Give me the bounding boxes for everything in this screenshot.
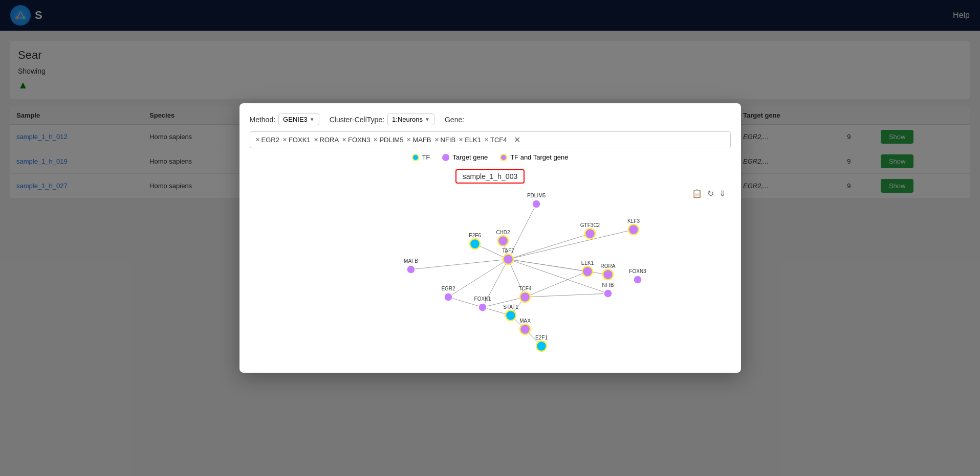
node-label: TAF7 [502,248,514,254]
gene-tag: ✕ EGR2 [255,136,279,144]
network-node[interactable]: TCF4 [518,286,531,302]
copy-icon-btn[interactable]: 📋 [692,189,702,198]
target-label: Target gene [452,153,488,161]
node-label: STAT1 [503,304,518,310]
gene-tag: ✕ MAFB [406,136,431,144]
sample-label-container: sample_1_h_003 [250,169,731,189]
target-dot [442,154,449,161]
node-label: PDLIM5 [527,193,546,198]
cluster-dropdown[interactable]: 1:Neurons ▼ [387,114,434,125]
gene-control: Gene: [445,116,464,124]
method-label: Method: [250,116,276,124]
svg-point-17 [407,265,415,274]
network-modal: Method: GENIE3 ▼ Cluster-CellType: 1:Neu… [239,103,741,373]
network-edge [508,230,634,259]
node-label: FOXN3 [629,268,646,274]
graph-icons: 📋 ↻ ⇓ [692,189,726,198]
svg-point-6 [532,200,540,208]
method-dropdown[interactable]: GENIE3 ▼ [278,114,319,125]
node-label: RORA [600,263,615,269]
svg-point-8 [586,230,594,237]
network-node[interactable]: GTF3C2 [580,222,600,239]
gene-tag-x[interactable]: ✕ [342,137,346,143]
cluster-arrow: ▼ [425,117,430,122]
network-node[interactable]: KLF3 [627,218,640,235]
gene-tag: ✕ NFIB [434,136,456,144]
svg-point-33 [538,343,545,350]
network-node[interactable]: STAT1 [503,304,518,321]
network-edge [448,259,508,297]
graph-area: 📋 ↻ ⇓ PDLIM5GTF3C2KLF3E2F6CHD2TAF7MAFBEL… [250,189,731,362]
svg-point-14 [499,237,507,244]
gene-tag-x[interactable]: ✕ [314,137,318,143]
node-label: EGR2 [441,286,455,291]
gene-tag-x[interactable]: ✕ [282,137,287,143]
network-node[interactable]: EGR2 [441,286,455,301]
network-edge [525,293,608,297]
node-label: MAX [519,318,531,324]
legend-both: TF and Target gene [500,153,568,161]
download-icon: ⇓ [719,189,726,198]
legend: TF Target gene TF and Target gene [250,153,731,161]
node-label: MAFB [404,258,418,264]
node-label: TCF4 [518,286,531,291]
copy-icon: 📋 [692,189,702,198]
gene-tag: ✕ FOXN3 [342,136,370,144]
node-label: GTF3C2 [580,222,600,228]
gene-tags-clear[interactable]: ✕ [514,135,520,145]
network-edge [508,234,590,259]
sample-label-box: sample_1_h_003 [455,169,525,184]
svg-point-16 [505,256,512,263]
network-node[interactable]: E2F1 [535,335,548,351]
svg-point-23 [604,289,612,298]
svg-point-27 [521,293,529,301]
node-label: FOXK1 [474,296,491,302]
gene-tag-x[interactable]: ✕ [373,137,378,143]
network-edge [411,259,508,269]
gene-tag-x[interactable]: ✕ [459,137,463,143]
both-dot [500,154,507,161]
network-node[interactable]: TAF7 [502,248,514,264]
network-node[interactable]: ELK1 [581,260,594,277]
gene-tag: ✕ TCF4 [484,136,507,144]
network-node[interactable]: E2F6 [469,233,481,249]
node-label: KLF3 [627,218,640,224]
svg-point-31 [521,326,529,333]
refresh-icon-btn[interactable]: ↻ [707,189,714,198]
gene-tag: ✕ ELK1 [459,136,481,144]
svg-point-25 [478,303,487,311]
modal-controls: Method: GENIE3 ▼ Cluster-CellType: 1:Neu… [250,114,731,125]
network-node[interactable]: NFIB [602,282,614,298]
svg-point-22 [634,276,642,284]
gene-tag-x[interactable]: ✕ [484,137,489,143]
network-node[interactable]: CHD2 [496,230,510,246]
network-node[interactable]: FOXN3 [629,268,646,284]
method-arrow: ▼ [310,117,315,122]
svg-point-19 [584,268,591,275]
gene-tag: ✕ FOXK1 [282,136,311,144]
download-icon-btn[interactable]: ⇓ [719,189,726,198]
gene-tag: ✕ PDLIM5 [373,136,403,144]
modal-overlay: Method: GENIE3 ▼ Cluster-CellType: 1:Neu… [0,0,980,476]
gene-tag: ✕ RORA [314,136,339,144]
network-graph: PDLIM5GTF3C2KLF3E2F6CHD2TAF7MAFBELK1RORA… [250,189,731,362]
legend-tf: TF [412,153,430,161]
network-node[interactable]: RORA [600,263,615,280]
svg-point-12 [471,240,478,247]
gene-tag-x[interactable]: ✕ [406,137,411,143]
refresh-icon: ↻ [707,189,714,198]
gene-tag-x[interactable]: ✕ [434,137,439,143]
svg-point-29 [507,312,514,319]
node-label: E2F1 [535,335,548,341]
node-label: ELK1 [581,260,594,266]
cluster-label: Cluster-CellType: [330,116,384,124]
gene-tag-x[interactable]: ✕ [255,137,260,143]
network-node[interactable]: MAX [519,318,531,334]
tf-dot [412,154,419,161]
tf-label: TF [422,153,430,161]
node-label: NFIB [602,282,614,288]
network-node[interactable]: PDLIM5 [527,193,546,208]
cluster-control: Cluster-CellType: 1:Neurons ▼ [330,114,434,125]
svg-point-10 [630,226,637,233]
network-node[interactable]: MAFB [404,258,418,274]
